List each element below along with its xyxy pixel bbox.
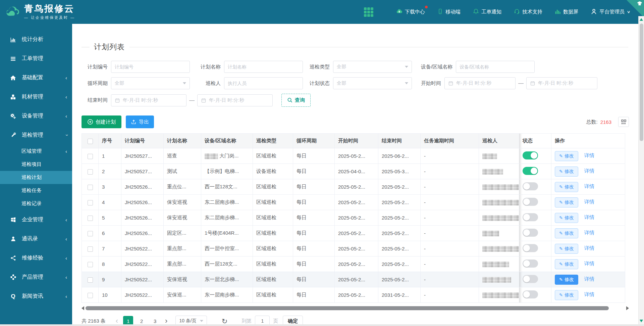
detail-link[interactable]: 详情 — [584, 276, 594, 282]
sidebar-item-products[interactable]: 产品管理 ‹ — [0, 268, 72, 287]
scroll-up-arrow[interactable] — [640, 18, 643, 21]
modify-button[interactable]: ✎修改 — [555, 213, 578, 223]
sidebar-item-inspection-items[interactable]: 巡检项目 — [0, 158, 72, 171]
app-title: 青鸟报修云 — [24, 4, 75, 14]
scrollbar-thumb[interactable] — [640, 24, 643, 141]
status-toggle[interactable] — [523, 198, 538, 206]
start-time-from-picker[interactable]: 年-月-日 时:分:秒 — [444, 77, 516, 89]
modify-button[interactable]: ✎修改 — [555, 244, 578, 254]
status-toggle[interactable] — [523, 275, 538, 283]
row-checkbox[interactable] — [88, 185, 93, 190]
inspector-input[interactable] — [224, 77, 303, 89]
page-horizontal-scrollbar[interactable] — [0, 324, 644, 326]
modify-button[interactable]: ✎修改 — [555, 275, 578, 285]
row-checkbox[interactable] — [88, 262, 93, 267]
sidebar-item-inspection-tasks[interactable]: 巡检任务 — [0, 184, 72, 197]
refresh-icon[interactable]: ↻ — [222, 318, 228, 325]
plan-no-input[interactable] — [111, 61, 190, 73]
modify-button[interactable]: ✎修改 — [555, 197, 578, 207]
row-checkbox[interactable] — [88, 293, 93, 298]
nav-data-screen[interactable]: 数据屏 — [554, 8, 578, 16]
modify-button[interactable]: ✎修改 — [555, 182, 578, 192]
cell-end-time: 2025-05-2... — [378, 210, 421, 226]
status-toggle[interactable] — [523, 290, 538, 298]
device-area-input[interactable] — [456, 61, 535, 73]
sidebar-item-basic-config[interactable]: 基础配置 ‹ — [0, 68, 72, 87]
select-all-checkbox[interactable] — [88, 139, 93, 144]
table-row: 7 JH250522... 重点部... 西一层中控室... 区域巡检 每日 2… — [82, 241, 625, 257]
sidebar-item-inspection[interactable]: 巡检管理 ‹ — [0, 126, 72, 145]
detail-link[interactable]: 详情 — [584, 261, 594, 266]
modify-button[interactable]: ✎修改 — [555, 167, 578, 177]
detail-link[interactable]: 详情 — [584, 214, 594, 220]
page-vertical-scrollbar[interactable] — [638, 16, 644, 324]
row-checkbox[interactable] — [88, 246, 93, 252]
row-checkbox[interactable] — [88, 200, 93, 205]
apps-grid-icon[interactable] — [364, 7, 374, 17]
sidebar-item-news[interactable]: Q 新闻资讯 ‹ — [0, 287, 72, 306]
scrollbar-thumb[interactable] — [86, 306, 609, 310]
modify-button[interactable]: ✎修改 — [555, 290, 578, 300]
status-toggle[interactable] — [523, 167, 538, 175]
modify-button[interactable]: ✎修改 — [555, 228, 578, 238]
sidebar-item-consumables[interactable]: 耗材管理 ‹ — [0, 87, 72, 106]
sidebar-item-inspection-records[interactable]: 巡检记录 — [0, 197, 72, 210]
inspection-type-select[interactable]: 全部 — [333, 61, 412, 73]
status-toggle[interactable] — [523, 260, 538, 268]
plan-status-select[interactable]: 全部 — [333, 77, 412, 89]
brand-logo[interactable]: 青鸟报修云 — 让企业维保更及时 — — [0, 4, 77, 20]
sidebar-item-work-orders[interactable]: 工单管理 — [0, 49, 72, 68]
scroll-down-arrow[interactable] — [640, 320, 643, 322]
detail-link[interactable]: 详情 — [584, 230, 594, 235]
theme-ribbon[interactable] — [627, 0, 644, 17]
cell-index: 2 — [99, 164, 121, 179]
nav-mobile[interactable]: 移动端 — [437, 8, 461, 16]
plan-name-input[interactable] — [224, 61, 303, 73]
chevron-left-icon: ‹ — [65, 148, 67, 154]
next-page-button[interactable]: › — [162, 317, 171, 325]
row-checkbox[interactable] — [88, 216, 93, 221]
start-time-to-picker[interactable]: 年-月-日 时:分:秒 — [526, 77, 597, 89]
modify-button[interactable]: ✎修改 — [555, 259, 578, 269]
sidebar-item-inspection-plans[interactable]: 巡检计划 — [0, 171, 72, 184]
share-icon — [9, 255, 17, 261]
export-button[interactable]: 导出 — [126, 115, 154, 128]
detail-link[interactable]: 详情 — [584, 245, 594, 251]
detail-link[interactable]: 详情 — [584, 291, 594, 297]
detail-link[interactable]: 详情 — [584, 152, 594, 158]
row-checkbox[interactable] — [88, 154, 93, 159]
sidebar-item-area-management[interactable]: 区域管理 ‹ — [0, 145, 72, 158]
status-toggle[interactable] — [523, 229, 538, 237]
scroll-right-arrow[interactable] — [626, 306, 629, 310]
status-toggle[interactable] — [523, 182, 538, 190]
column-header: 状态 — [519, 134, 551, 148]
status-toggle[interactable] — [523, 213, 538, 221]
status-toggle[interactable] — [523, 151, 538, 159]
end-time-to-picker[interactable]: 年-月-日 时:分:秒 — [197, 94, 273, 106]
row-checkbox[interactable] — [88, 169, 93, 175]
detail-link[interactable]: 详情 — [584, 199, 594, 204]
row-checkbox[interactable] — [88, 277, 93, 283]
sidebar-item-contacts[interactable]: 通讯录 ‹ — [0, 229, 72, 248]
sidebar-item-equipment[interactable]: 设备管理 ‹ — [0, 106, 72, 126]
prev-page-button[interactable]: ‹ — [112, 317, 121, 325]
end-time-from-picker[interactable]: 年-月-日 时:分:秒 — [111, 94, 186, 106]
modify-button[interactable]: ✎修改 — [555, 151, 578, 161]
caret-down-icon — [405, 82, 408, 84]
nav-download-center[interactable]: 下载中心 — [396, 8, 425, 16]
scroll-left-arrow[interactable] — [82, 306, 84, 310]
user-menu[interactable]: 平台管理员 ∨ — [590, 8, 630, 16]
sidebar-item-statistics[interactable]: 统计分析 — [0, 30, 72, 49]
nav-tech-support[interactable]: 技术支持 — [514, 8, 542, 16]
sidebar-item-repair-experience[interactable]: 维修经验 ‹ — [0, 248, 72, 268]
sidebar-item-enterprise[interactable]: 企业管理 ‹ — [0, 210, 72, 229]
row-checkbox[interactable] — [88, 231, 93, 236]
search-button[interactable]: 查询 — [283, 95, 309, 105]
nav-order-notify[interactable]: 工单通知 — [473, 8, 501, 16]
create-plan-button[interactable]: 创建计划 — [82, 115, 121, 128]
detail-link[interactable]: 详情 — [584, 168, 594, 174]
column-settings-button[interactable] — [618, 117, 629, 127]
cycle-select[interactable]: 全部 — [111, 77, 190, 89]
detail-link[interactable]: 详情 — [584, 183, 594, 189]
status-toggle[interactable] — [523, 244, 538, 252]
